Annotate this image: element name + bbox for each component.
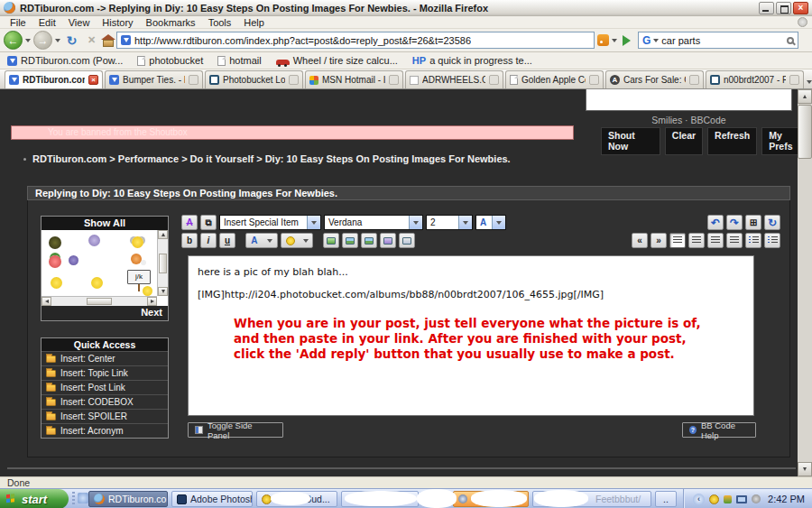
insert-topic-link-item[interactable]: Insert: Topic Link (42, 365, 168, 380)
task-more[interactable]: .. (655, 491, 677, 507)
smiley-angry-icon[interactable] (51, 277, 62, 289)
menu-tools[interactable]: Tools (202, 17, 238, 28)
smiley-monster-icon[interactable] (88, 235, 100, 246)
menu-help[interactable]: Help (237, 17, 271, 28)
toggle-side-panel-button[interactable]: Toggle Side Panel (188, 422, 283, 438)
scroll-down-icon[interactable] (798, 462, 812, 476)
tab-close-icon[interactable] (689, 75, 699, 85)
align-center-button[interactable] (688, 233, 705, 248)
redo-button[interactable]: ↷ (726, 215, 743, 230)
align-left-button[interactable] (669, 233, 686, 248)
dropdown-arrow-icon[interactable] (307, 216, 320, 229)
insert-link-button[interactable] (323, 233, 339, 248)
google-logo-icon[interactable]: G (642, 34, 651, 47)
insert-post-link-item[interactable]: Insert: Post Link (42, 380, 168, 394)
scroll-thumb[interactable] (798, 105, 812, 159)
back-dropdown-icon[interactable] (25, 39, 31, 42)
indent-button[interactable]: » (651, 233, 667, 248)
smilies-vertical-scrollbar[interactable] (157, 230, 168, 296)
dropdown-arrow-icon[interactable] (303, 239, 309, 243)
insert-codebox-item[interactable]: Insert: CODEBOX (42, 394, 168, 409)
tab-msn-hotmail[interactable]: MSN Hotmail - Inbox (305, 70, 403, 88)
smiley-jk-sign-icon[interactable]: j/k (127, 270, 151, 284)
outdent-button[interactable]: « (632, 233, 648, 248)
tray-chevron-icon[interactable]: ‹ (693, 494, 705, 505)
refresh-button[interactable]: Refresh (707, 127, 757, 155)
font-color-select[interactable]: A (475, 215, 506, 230)
task-photoshop[interactable]: Adobe Photoshop (171, 491, 253, 507)
forward-dropdown-icon[interactable] (55, 39, 60, 42)
smiley-snowman-icon[interactable] (131, 254, 142, 264)
search-input[interactable]: car parts (661, 35, 784, 46)
tab-overflow-dropdown-icon[interactable] (807, 80, 812, 84)
start-button[interactable]: start (0, 489, 69, 508)
scroll-right-icon[interactable] (147, 297, 157, 306)
bookmark-rdtiburon[interactable]: RDTiburon.com (Pow... (7, 55, 123, 66)
bookmark-hotmail[interactable]: hotmail (217, 55, 261, 66)
bookmark-photobucket[interactable]: photobucket (137, 55, 203, 66)
justify-button[interactable] (726, 233, 743, 248)
search-icon[interactable] (787, 37, 794, 44)
font-style-combo[interactable]: A (245, 233, 278, 248)
bookmark-wheel-tire[interactable]: Wheel / tire size calcu... (276, 55, 398, 66)
minimize-button[interactable] (759, 2, 774, 14)
special-item-select[interactable]: Insert Special Item (219, 215, 321, 230)
menu-history[interactable]: History (96, 17, 139, 28)
reload-button[interactable]: ↻ (63, 32, 80, 49)
scroll-up-icon[interactable] (158, 230, 168, 239)
menu-view[interactable]: View (62, 17, 97, 28)
go-button[interactable] (623, 35, 631, 46)
tab-close-icon[interactable] (289, 75, 299, 85)
scroll-thumb[interactable] (87, 298, 112, 305)
home-icon[interactable] (103, 40, 114, 47)
copy-button[interactable]: ⧉ (200, 215, 217, 230)
emoticon-combo[interactable] (281, 233, 313, 248)
undo-button[interactable]: ↶ (707, 215, 724, 230)
dropdown-arrow-icon[interactable] (267, 239, 272, 243)
font-size-select[interactable]: 2 (426, 215, 473, 230)
bbcode-link[interactable]: BBCode (691, 115, 726, 125)
address-bar[interactable]: http://www.rdtiburon.com/index.php?act=p… (116, 32, 595, 49)
smiley-purple-icon[interactable] (69, 255, 78, 265)
smiley-hat-icon[interactable] (49, 255, 61, 268)
menu-edit[interactable]: Edit (32, 17, 62, 28)
tab-rdtiburon[interactable]: RDTiburon.com -... × (5, 70, 103, 88)
volume-icon[interactable] (752, 494, 761, 503)
insert-spoiler-item[interactable]: Insert: SPOILER (42, 409, 168, 423)
next-link[interactable]: Next (42, 306, 168, 320)
bold-button[interactable]: b (181, 233, 198, 248)
restore-button[interactable] (776, 2, 791, 14)
dropdown-arrow-icon[interactable] (492, 216, 505, 229)
ordered-list-button[interactable] (745, 233, 761, 248)
insert-code-button[interactable] (399, 233, 415, 248)
shoutbox-input[interactable] (586, 89, 792, 111)
tab-close-icon[interactable] (589, 75, 599, 85)
insert-center-item[interactable]: Insert: Center (42, 351, 168, 365)
smilies-link[interactable]: Smilies (651, 115, 682, 125)
insert-photo-button[interactable] (361, 233, 377, 248)
insert-image-button[interactable] (342, 233, 358, 248)
tab-bumper-ties[interactable]: Bumper Ties. - RD... (105, 70, 203, 88)
url-text[interactable]: http://www.rdtiburon.com/index.php?act=p… (134, 35, 471, 46)
dropdown-arrow-icon[interactable] (409, 216, 422, 229)
tab-cars-for-sale[interactable]: A Cars For Sale: Car ... (605, 70, 704, 88)
scroll-up-icon[interactable] (798, 89, 812, 104)
smiley-angel-icon[interactable] (132, 236, 143, 248)
smiley-beer-icon[interactable] (49, 236, 61, 249)
bookmark-hp[interactable]: HP a quick in progress te... (412, 55, 532, 66)
tab-close-icon[interactable]: × (88, 75, 98, 85)
table-button[interactable]: ⊞ (745, 215, 761, 230)
unordered-list-button[interactable] (764, 233, 780, 248)
search-box[interactable]: G car parts (638, 32, 798, 49)
quick-launch-icon[interactable] (78, 493, 88, 503)
bbcode-help-button[interactable]: ? BB Code Help (682, 422, 756, 438)
toolbar-grip[interactable] (72, 492, 75, 504)
tab-close-icon[interactable] (189, 75, 198, 85)
underline-button[interactable]: u (219, 233, 235, 248)
back-button[interactable]: ← (4, 31, 23, 50)
remove-format-button[interactable]: A (181, 215, 198, 230)
insert-quote-button[interactable] (380, 233, 396, 248)
tab-golden-apple[interactable]: Golden Apple Corp... (505, 70, 604, 88)
rss-icon[interactable] (597, 34, 609, 46)
aim-tray-icon[interactable] (709, 494, 719, 504)
